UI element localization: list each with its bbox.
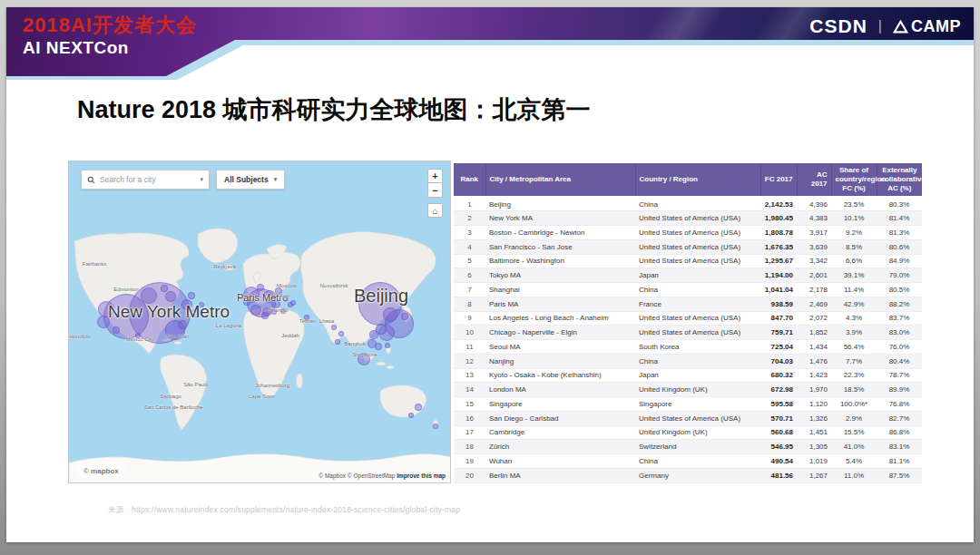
col-ac-2017: AC 2017 <box>797 163 831 197</box>
table-cell: 14 <box>454 383 485 397</box>
table-cell: 11 <box>454 340 485 355</box>
table-cell: Seoul MA <box>485 340 635 355</box>
source-note: 来源：https://www.natureindex.com/supplemen… <box>108 505 460 516</box>
table-header-row: Rank City / Metropolitan Area Country / … <box>454 163 922 197</box>
table-cell: 847.70 <box>760 311 797 326</box>
table-row: 2New York MAUnited States of America (US… <box>454 211 922 226</box>
table-cell: 1,980.45 <box>760 211 797 226</box>
map-city-label: Moscow <box>277 283 297 288</box>
map-city-label: São Paulo <box>183 382 209 387</box>
table-row: 5Baltimore - WashingtonUnited States of … <box>454 254 922 268</box>
table-cell: 83.7% <box>877 311 922 326</box>
table-cell: 23.5% <box>831 197 877 211</box>
table-cell: 546.95 <box>760 440 797 454</box>
city-search-input[interactable]: Search for a city ▾ <box>81 170 210 190</box>
table-cell: 76.8% <box>877 397 922 412</box>
table-cell: 41.0% <box>831 440 877 454</box>
home-button[interactable]: ⌂ <box>427 203 443 218</box>
table-cell: United States of America (USA) <box>635 326 760 340</box>
table-cell: 2,142.53 <box>760 197 797 211</box>
table-cell: 3.9% <box>831 326 877 340</box>
table-cell: Paris MA <box>485 297 635 311</box>
header-band: 2018AI开发者大会 AI NEXTCon CSDN | CAMP <box>6 7 974 80</box>
table-cell: 16 <box>454 411 485 425</box>
map-city-label: Kyiv <box>279 293 289 298</box>
city-bubble <box>401 313 408 320</box>
table-cell: 22.3% <box>831 368 877 383</box>
city-bubble <box>415 404 422 411</box>
map-city-label: Reykjavik <box>213 264 237 269</box>
city-bubble <box>165 291 176 302</box>
table-cell: 8.5% <box>831 239 877 254</box>
mapbox-logo[interactable]: © mapbox <box>76 465 126 477</box>
table-cell: 1,676.35 <box>760 239 797 254</box>
table-cell: 15 <box>454 397 485 412</box>
attribution-text: © Mapbox © OpenStreetMap <box>318 472 395 479</box>
table-cell: 10.1% <box>831 211 877 226</box>
table-cell: 672.98 <box>760 383 797 397</box>
table-cell: 83.0% <box>877 326 922 340</box>
table-cell: New York MA <box>485 211 635 226</box>
map-city-label: Santiago <box>160 394 181 399</box>
table-cell: 490.54 <box>760 454 797 469</box>
table-cell: Tokyo MA <box>485 268 635 283</box>
table-row: 8Paris MAFrance938.592,46942.9%88.2% <box>454 297 922 311</box>
map-attribution: © Mapbox © OpenStreetMap Improve this ma… <box>318 472 446 479</box>
table-cell: 1,120 <box>797 397 831 412</box>
gray-frame: 2018AI开发者大会 AI NEXTCon CSDN | CAMP Natur… <box>0 0 980 555</box>
table-row: 13Kyoto - Osaka - Kobe (Keihanshin)Japan… <box>454 368 922 383</box>
table-cell: 15.5% <box>831 425 877 440</box>
map-city-label: Istanbul <box>269 307 288 313</box>
table-cell: Japan <box>635 268 760 283</box>
table-cell: 87.5% <box>877 468 922 482</box>
zoom-in-button[interactable]: + <box>427 169 443 183</box>
table-cell: Cambridge <box>485 425 635 440</box>
table-cell: 680.32 <box>760 368 797 383</box>
table-cell: 1 <box>454 197 485 211</box>
camp-triangle-icon <box>893 20 908 34</box>
table-cell: 1,476 <box>797 354 831 368</box>
city-bubble <box>369 330 378 339</box>
table-cell: 10 <box>454 326 485 340</box>
table-cell: 1,019 <box>797 454 831 469</box>
table-cell: 2,178 <box>797 283 831 297</box>
table-cell: 100.0%* <box>831 397 877 412</box>
table-cell: 1,423 <box>797 368 831 383</box>
map-city-label: Singapore <box>352 352 377 357</box>
table-row: 18ZürichSwitzerland546.951,30541.0%83.1% <box>454 440 922 454</box>
table-cell: 2,072 <box>797 311 831 326</box>
improve-map-link[interactable]: Improve this map <box>397 472 446 479</box>
col-city: City / Metropolitan Area <box>485 163 635 197</box>
city-bubble <box>385 343 390 348</box>
table-cell: 3 <box>454 226 485 240</box>
table-cell: Wuhan <box>485 454 635 469</box>
table-cell: 938.59 <box>760 297 797 311</box>
table-cell: Berlin MA <box>485 468 635 482</box>
table-cell: Kyoto - Osaka - Kobe (Keihanshin) <box>485 368 635 383</box>
table-cell: 1,267 <box>797 468 831 482</box>
subjects-dropdown[interactable]: All Subjects ▾ <box>216 170 285 190</box>
table-cell: 759.71 <box>760 326 797 340</box>
table-cell: 8 <box>454 297 485 311</box>
table-cell: Shanghai <box>485 283 635 297</box>
table-cell: United States of America (USA) <box>635 254 760 268</box>
table-cell: 4,383 <box>797 211 831 226</box>
col-country: Country / Region <box>635 163 760 197</box>
table-cell: United States of America (USA) <box>635 311 760 326</box>
table-cell: United Kingdom (UK) <box>635 383 760 397</box>
table-row: 1BeijingChina2,142.534,39623.5%80.3% <box>454 197 922 211</box>
table-cell: Singapore <box>485 397 635 412</box>
city-bubble <box>338 331 344 336</box>
city-bubble <box>331 325 337 330</box>
table-cell: United States of America (USA) <box>635 239 760 254</box>
zoom-out-button[interactable]: − <box>427 183 443 198</box>
table-cell: China <box>635 354 760 368</box>
table-cell: United States of America (USA) <box>635 411 760 425</box>
table-cell: 6 <box>454 268 485 283</box>
map-city-label: Edmonton <box>113 287 138 292</box>
table-cell: 11.0% <box>831 468 877 482</box>
table-cell: Japan <box>635 368 760 383</box>
conference-title: 2018AI开发者大会 <box>23 12 197 39</box>
map-city-label: Cape Town <box>248 394 275 399</box>
table-cell: 2 <box>454 211 485 226</box>
